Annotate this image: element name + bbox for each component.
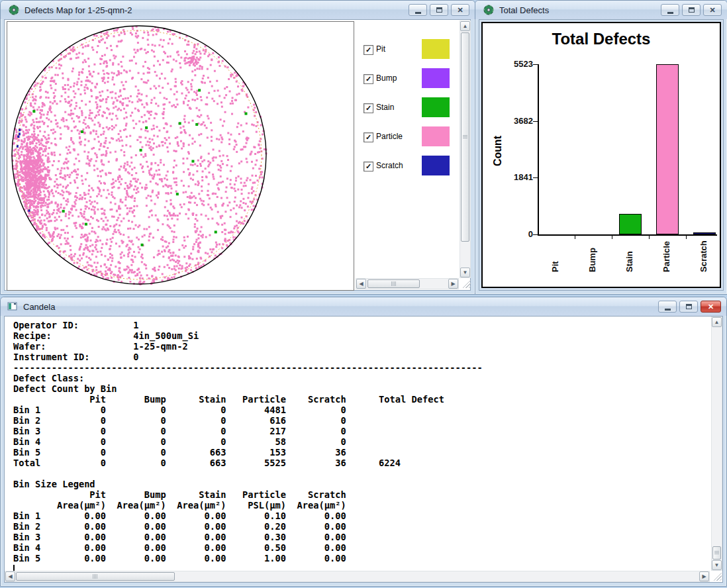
minimize-button[interactable] bbox=[661, 4, 679, 16]
legend-label-pit: Pit bbox=[376, 45, 385, 54]
chart-title: Total Defects bbox=[483, 30, 720, 48]
total-defects-chart: Total Defects Count 0184136825523PitBump… bbox=[481, 22, 721, 288]
wafer-map-panel bbox=[7, 21, 354, 291]
report-horizontal-scrollbar[interactable]: ◀ ▶ bbox=[5, 571, 710, 582]
defect-class-legend: ✓Pit✓Bump✓Stain✓Particle✓Scratch bbox=[356, 21, 459, 277]
report-text[interactable]: Operator ID: 1 Recipe: 4in_500um_Si Wafe… bbox=[5, 317, 483, 564]
resize-grip[interactable] bbox=[461, 279, 471, 288]
legend-swatch-stain bbox=[422, 97, 450, 117]
legend-swatch-particle bbox=[422, 126, 450, 146]
scroll-right-button[interactable]: ▶ bbox=[699, 571, 709, 581]
resize-grip[interactable] bbox=[712, 571, 722, 581]
legend-vertical-scrollbar[interactable]: ▲ ▼ bbox=[460, 21, 471, 278]
y-tick-mark bbox=[533, 64, 538, 65]
chart-y-axis bbox=[538, 64, 539, 236]
chart-bar-scratch bbox=[693, 232, 716, 234]
scroll-down-button[interactable]: ▼ bbox=[460, 268, 470, 277]
y-tick-mark bbox=[533, 177, 538, 178]
restore-icon bbox=[686, 304, 692, 309]
x-tick-label-particle: Particle bbox=[661, 241, 671, 272]
wafer-disc-icon bbox=[9, 5, 19, 15]
titlebar-total-defects[interactable]: Total Defects ✕ bbox=[475, 1, 727, 19]
report-vertical-scrollbar[interactable]: ▲ ▼ bbox=[711, 317, 722, 571]
legend-swatch-scratch bbox=[422, 156, 450, 175]
desktop: Defects Map for 1-25-qmn-2 ✕ ✓Pit✓Bump✓S… bbox=[0, 0, 727, 588]
wafer-map-canvas[interactable] bbox=[7, 22, 352, 289]
legend-label-particle: Particle bbox=[376, 132, 403, 141]
restore-button[interactable] bbox=[679, 301, 698, 313]
maximize-button[interactable] bbox=[682, 4, 701, 16]
y-tick-label: 3682 bbox=[492, 116, 533, 126]
x-tick-label-stain: Stain bbox=[624, 251, 634, 272]
minimize-button[interactable] bbox=[658, 301, 677, 313]
x-tick-label-pit: Pit bbox=[550, 261, 560, 272]
y-tick-label: 0 bbox=[492, 229, 533, 239]
horizontal-scroll-thumb[interactable] bbox=[16, 572, 175, 581]
y-tick-mark bbox=[533, 234, 538, 235]
minimize-icon bbox=[415, 12, 421, 14]
close-button[interactable]: ✕ bbox=[701, 301, 721, 313]
scroll-down-button[interactable]: ▼ bbox=[712, 560, 722, 570]
window-title: Defects Map for 1-25-qmn-2 bbox=[24, 5, 132, 15]
y-tick-label: 1841 bbox=[492, 172, 533, 182]
window-title: Total Defects bbox=[499, 5, 549, 15]
legend-checkbox-bump[interactable]: ✓ bbox=[364, 74, 373, 84]
chart-client: Total Defects Count 0184136825523PitBump… bbox=[479, 19, 724, 291]
close-icon: ✕ bbox=[457, 7, 463, 14]
maximize-button[interactable] bbox=[430, 4, 448, 16]
scroll-up-button[interactable]: ▲ bbox=[460, 21, 470, 31]
candela-client: Operator ID: 1 Recipe: 4in_500um_Si Wafe… bbox=[4, 316, 723, 583]
close-button[interactable]: ✕ bbox=[451, 4, 469, 16]
legend-checkbox-pit[interactable]: ✓ bbox=[364, 45, 373, 55]
window-defects-map: Defects Map for 1-25-qmn-2 ✕ ✓Pit✓Bump✓S… bbox=[0, 0, 475, 295]
chart-bar-stain bbox=[619, 214, 642, 234]
scroll-up-button[interactable]: ▲ bbox=[712, 317, 722, 327]
x-tick-label-scratch: Scratch bbox=[699, 240, 708, 272]
x-tick-mark bbox=[612, 236, 612, 239]
y-tick-mark bbox=[533, 121, 538, 122]
legend-label-bump: Bump bbox=[376, 74, 397, 83]
maximize-icon bbox=[689, 7, 695, 13]
app-window-icon bbox=[7, 301, 18, 312]
minimize-icon bbox=[667, 12, 673, 14]
close-icon: ✕ bbox=[708, 303, 714, 311]
x-tick-label-bump: Bump bbox=[587, 248, 597, 272]
vertical-scroll-thumb[interactable] bbox=[461, 32, 469, 242]
window-total-defects: Total Defects ✕ Total Defects Count 0184… bbox=[475, 0, 727, 295]
chart-bar-particle bbox=[656, 64, 679, 234]
x-tick-mark bbox=[686, 236, 687, 239]
scroll-left-button[interactable]: ◀ bbox=[5, 571, 15, 581]
y-tick-label: 5523 bbox=[492, 59, 533, 69]
legend-label-scratch: Scratch bbox=[376, 162, 403, 170]
maximize-icon bbox=[436, 7, 442, 13]
legend-swatch-pit bbox=[422, 39, 450, 59]
horizontal-scroll-thumb[interactable] bbox=[367, 279, 420, 288]
scroll-right-button[interactable]: ▶ bbox=[448, 279, 458, 289]
vertical-scroll-thumb[interactable] bbox=[712, 546, 721, 560]
titlebar-defects-map[interactable]: Defects Map for 1-25-qmn-2 ✕ bbox=[1, 1, 475, 19]
minimize-button[interactable] bbox=[409, 4, 427, 16]
legend-checkbox-stain[interactable]: ✓ bbox=[364, 103, 373, 113]
legend-swatch-bump bbox=[422, 68, 450, 88]
chart-y-axis-label: Count bbox=[492, 136, 504, 166]
legend-horizontal-scrollbar[interactable]: ◀ ▶ bbox=[356, 278, 459, 289]
defects-map-client: ✓Pit✓Bump✓Stain✓Particle✓Scratch ▲ ▼ ◀ ▶ bbox=[4, 19, 471, 291]
minimize-icon bbox=[665, 309, 671, 311]
titlebar-candela[interactable]: Candela ✕ bbox=[1, 297, 726, 316]
legend-checkbox-particle[interactable]: ✓ bbox=[364, 132, 373, 142]
x-tick-mark bbox=[649, 236, 650, 239]
close-button[interactable]: ✕ bbox=[703, 4, 722, 16]
wafer-disc-icon bbox=[483, 5, 494, 15]
chart-x-axis bbox=[538, 234, 717, 236]
x-tick-mark bbox=[575, 236, 575, 239]
legend-checkbox-scratch[interactable]: ✓ bbox=[364, 162, 373, 172]
window-title: Candela bbox=[23, 302, 55, 312]
close-icon: ✕ bbox=[709, 7, 715, 14]
legend-label-stain: Stain bbox=[376, 103, 394, 112]
window-candela: Candela ✕ Operator ID: 1 Recipe: 4in_500… bbox=[0, 297, 727, 587]
scroll-left-button[interactable]: ◀ bbox=[356, 279, 366, 289]
